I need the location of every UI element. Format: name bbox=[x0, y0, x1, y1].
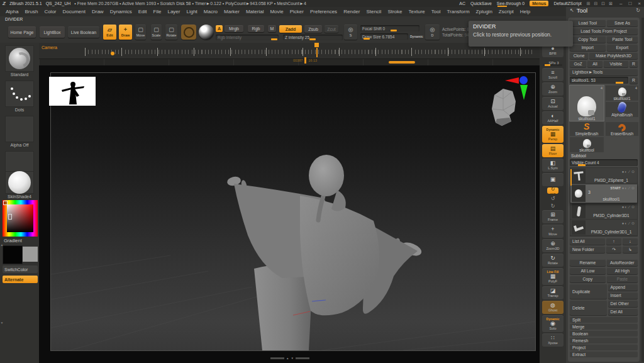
brush-toggle-icon[interactable]: ∕ bbox=[629, 170, 630, 174]
all-low-button[interactable]: All Low bbox=[570, 267, 606, 274]
right-shelf-button[interactable]: + Move bbox=[542, 225, 564, 238]
goz-all-button[interactable]: All bbox=[587, 60, 602, 67]
slider-handle[interactable] bbox=[271, 38, 277, 40]
subtool-thumbnail[interactable] bbox=[572, 220, 586, 235]
brush-slot[interactable]: Standard bbox=[5, 45, 34, 77]
menu-item[interactable]: Movie bbox=[267, 9, 286, 14]
right-shelf-button[interactable]: ⊕ Zoom3D bbox=[542, 239, 564, 252]
menu-item[interactable]: Marker bbox=[221, 9, 243, 14]
camera-track-label[interactable]: Camera bbox=[42, 45, 57, 50]
subtool-thumbnail[interactable] bbox=[572, 169, 586, 183]
autoreorder-button[interactable]: AutoReorder bbox=[607, 259, 638, 266]
move-up-button[interactable]: ↑ bbox=[606, 238, 621, 245]
bottom-tray-divider[interactable]: ▲▼ bbox=[270, 356, 312, 360]
reference-image[interactable] bbox=[49, 77, 96, 106]
menu-item[interactable]: Material bbox=[243, 9, 267, 14]
menu-item[interactable]: Help bbox=[517, 9, 533, 14]
right-shelf-button[interactable]: Dynamic ◉ Solo bbox=[542, 315, 564, 332]
move-out-folder-button[interactable]: ↷ bbox=[606, 246, 621, 253]
move-mode-button[interactable]: ▢ Move bbox=[135, 25, 146, 40]
panel-scrollbar[interactable] bbox=[641, 18, 644, 362]
subtool-scrollbar[interactable] bbox=[570, 169, 572, 186]
default-zscript-button[interactable]: DefaultZScript bbox=[553, 1, 581, 6]
menu-item[interactable]: Light bbox=[183, 9, 200, 14]
tool-thumbnail[interactable]: EraserBrush bbox=[606, 122, 638, 136]
all-high-button[interactable]: All High bbox=[607, 267, 638, 274]
switch-color-button[interactable]: SwitchColor bbox=[3, 265, 38, 273]
del-all-button[interactable]: Del All bbox=[608, 308, 638, 315]
menu-item[interactable]: File bbox=[150, 9, 165, 14]
see-through-slider[interactable]: See-through 0 bbox=[497, 1, 525, 6]
move-into-folder-button[interactable]: ↳ bbox=[623, 246, 638, 253]
visible-count-slider[interactable]: Visible Count 4 bbox=[570, 159, 638, 166]
subtool-subsection[interactable]: Boolean bbox=[570, 330, 638, 337]
scrollbar-thumb[interactable] bbox=[389, 61, 415, 64]
right-shelf-button[interactable]: ⊕ Zoom bbox=[542, 82, 564, 96]
right-shelf-button[interactable]: ≡ Scroll bbox=[542, 68, 564, 81]
import-button[interactable]: Import bbox=[570, 44, 606, 51]
menu-item[interactable]: Zscript bbox=[496, 9, 517, 14]
goz-button[interactable]: GoZ bbox=[570, 60, 586, 67]
tool-select-slider[interactable]: skulltool1. 53 bbox=[570, 77, 628, 84]
del-other-button[interactable]: Del Other bbox=[608, 300, 638, 307]
stroke-type-button[interactable]: ◎ S bbox=[344, 25, 357, 40]
document-area[interactable]: ▲▼ bbox=[39, 65, 540, 363]
right-shelf-button[interactable]: ↻ Rotate bbox=[542, 254, 564, 267]
m-button[interactable]: M bbox=[268, 25, 276, 32]
dynamic-label[interactable]: Dynamic bbox=[410, 35, 423, 38]
right-shelf-button[interactable]: ↻ bbox=[547, 203, 558, 209]
draw-mode-button[interactable]: + Draw bbox=[119, 25, 132, 40]
mrgb-button[interactable]: Mrgb bbox=[225, 25, 243, 32]
material-slot[interactable]: SkinShade4 bbox=[5, 171, 34, 199]
zadd-button[interactable]: Zadd bbox=[279, 25, 302, 33]
append-button[interactable]: Append bbox=[608, 284, 638, 291]
subtool-item[interactable]: ●◐ ∕ ⊙ PM3D_Cylinder3D1 bbox=[570, 203, 637, 220]
right-shelf-button[interactable]: ◐ AAHalf bbox=[542, 111, 564, 125]
axis-x-icon[interactable] bbox=[505, 77, 519, 84]
home-page-button[interactable]: Home Page bbox=[8, 26, 36, 38]
rotate-mode-button[interactable]: ▢ Rotate bbox=[165, 25, 177, 40]
menu-item[interactable]: Draw bbox=[89, 9, 107, 14]
live-boolean-button[interactable]: Live Boolean bbox=[68, 26, 99, 38]
timeline-keyframe-dot[interactable] bbox=[111, 52, 114, 55]
menu-item[interactable]: Brush bbox=[21, 9, 41, 14]
subtool-item[interactable]: ●◐ ∕ ⊙ PM3D_ZSphere_1 bbox=[570, 168, 637, 184]
goz-r-button[interactable]: R bbox=[630, 60, 638, 67]
stroke-slot[interactable]: Dots bbox=[5, 81, 34, 112]
polypaint-icons[interactable]: ●◐ bbox=[622, 170, 628, 174]
copy-subtool-button[interactable]: Copy bbox=[570, 276, 606, 282]
dynamic-size-button[interactable]: ◎ D bbox=[425, 25, 440, 40]
move-down-button[interactable]: ↓ bbox=[623, 238, 638, 245]
right-shelf-button[interactable]: SPix 3 bbox=[542, 59, 564, 67]
right-shelf-button[interactable]: ◧ L.Sym bbox=[542, 159, 564, 172]
main-color-swatch[interactable] bbox=[3, 245, 23, 264]
gradient-label[interactable]: Gradient bbox=[4, 238, 22, 243]
rename-button[interactable]: Rename bbox=[570, 259, 606, 266]
alpha-slot[interactable]: Alpha Off bbox=[5, 116, 34, 147]
eye-icon[interactable]: ⊙ bbox=[631, 169, 635, 174]
eye-icon[interactable]: ⊙ bbox=[631, 221, 635, 225]
menu-item[interactable]: Layer bbox=[164, 9, 183, 14]
lightbox-tools-button[interactable]: Lightbox►Tools bbox=[570, 69, 638, 75]
subtool-item[interactable]: ●◐ ∕ ⊙ PM3D_Cylinder3D1_1 bbox=[570, 220, 637, 236]
menu-item[interactable]: Texture bbox=[406, 9, 428, 14]
delete-button[interactable]: Delete bbox=[570, 300, 607, 315]
tool-r-button[interactable]: R bbox=[630, 77, 638, 84]
slider-handle[interactable] bbox=[364, 38, 370, 40]
tool-thumbnail[interactable]: skulltool1 4 bbox=[570, 86, 604, 121]
secondary-color-swatch[interactable] bbox=[23, 247, 38, 262]
document-viewport[interactable] bbox=[50, 72, 536, 351]
export-button[interactable]: Export bbox=[607, 44, 638, 51]
paste-tool-button[interactable]: Paste Tool bbox=[607, 36, 638, 43]
brush-toggle-icon[interactable]: ∕ bbox=[629, 186, 630, 190]
paste-subtool-button[interactable]: Paste bbox=[607, 276, 638, 282]
eye-icon[interactable]: ⊙ bbox=[631, 204, 635, 209]
new-folder-button[interactable]: New Folder bbox=[570, 246, 605, 253]
tool-thumbnail[interactable]: AlphaBrush bbox=[606, 102, 638, 117]
menu-item[interactable]: Edit bbox=[135, 9, 150, 14]
duplicate-button[interactable]: Duplicate bbox=[570, 284, 607, 299]
insert-button[interactable]: Insert bbox=[608, 292, 638, 299]
list-all-button[interactable]: List All bbox=[570, 238, 605, 245]
subtool-subsection[interactable]: Remesh bbox=[570, 337, 638, 343]
z-intensity-slider[interactable]: Z Intensity 25 bbox=[283, 35, 343, 40]
